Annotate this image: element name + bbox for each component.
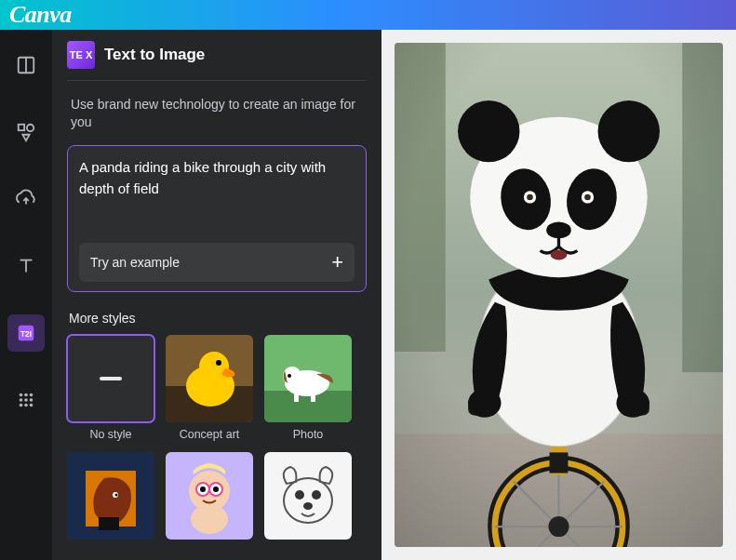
workspace: T2I TE X Text to Image Use brand new tec… — [0, 30, 736, 560]
style-drawing[interactable] — [264, 452, 352, 545]
style-3d[interactable] — [166, 452, 253, 545]
svg-point-66 — [468, 389, 501, 418]
svg-point-77 — [546, 221, 571, 238]
svg-point-76 — [584, 193, 591, 200]
svg-point-19 — [216, 360, 221, 366]
style-label: No style — [89, 428, 131, 441]
svg-text:T2I: T2I — [20, 329, 32, 338]
style-label: Photo — [293, 428, 324, 441]
svg-point-43 — [312, 490, 321, 500]
panel-title: Text to Image — [104, 46, 205, 64]
elements-icon[interactable] — [7, 113, 45, 151]
more-styles-label: More styles — [69, 311, 367, 326]
text-to-image-icon[interactable]: T2I — [7, 314, 45, 352]
svg-point-42 — [295, 490, 304, 500]
style-thumb — [67, 452, 154, 540]
style-painting[interactable] — [67, 452, 154, 545]
svg-point-59 — [548, 516, 569, 537]
prompt-input[interactable] — [79, 157, 355, 230]
style-no-style[interactable]: No style — [67, 335, 154, 441]
svg-rect-24 — [294, 389, 299, 402]
svg-rect-28 — [99, 517, 119, 530]
app-icon: TE X — [67, 41, 95, 69]
try-example-button[interactable]: Try an example + — [79, 243, 355, 282]
svg-point-6 — [20, 393, 23, 396]
svg-point-26 — [288, 374, 291, 378]
svg-point-14 — [30, 403, 33, 407]
style-photo[interactable]: Photo — [264, 335, 352, 441]
panel-description: Use brand new technology to create an im… — [71, 96, 363, 132]
canvas-area[interactable] — [381, 30, 736, 560]
style-concept-art[interactable]: Concept art — [166, 335, 253, 441]
svg-point-12 — [20, 403, 23, 407]
svg-point-69 — [458, 100, 519, 162]
try-example-label: Try an example — [90, 255, 180, 270]
style-thumb — [264, 452, 352, 540]
uploads-icon[interactable] — [7, 180, 45, 218]
plus-icon: + — [331, 252, 343, 273]
svg-point-30 — [115, 494, 118, 497]
style-thumb — [166, 452, 253, 540]
styles-grid: No style Concept art Photo — [67, 335, 367, 545]
style-thumb — [67, 335, 154, 422]
apps-icon[interactable] — [7, 381, 45, 419]
svg-point-13 — [24, 403, 28, 407]
svg-rect-61 — [550, 452, 569, 473]
text-to-image-panel: TE X Text to Image Use brand new technol… — [52, 30, 381, 560]
svg-point-74 — [527, 193, 533, 200]
svg-point-70 — [598, 100, 660, 162]
text-icon[interactable] — [7, 247, 45, 285]
svg-point-18 — [199, 352, 229, 381]
svg-point-3 — [27, 125, 33, 131]
svg-point-8 — [30, 393, 33, 396]
svg-point-10 — [24, 398, 28, 402]
generated-image[interactable] — [395, 43, 723, 547]
templates-icon[interactable] — [7, 47, 45, 84]
svg-point-78 — [551, 249, 568, 260]
svg-point-36 — [200, 487, 206, 492]
svg-point-67 — [616, 389, 649, 418]
style-label: Concept art — [180, 428, 240, 441]
svg-point-11 — [30, 398, 33, 402]
prompt-box: Try an example + — [67, 145, 367, 292]
style-thumb — [166, 335, 253, 422]
svg-point-7 — [24, 393, 28, 396]
svg-rect-25 — [311, 389, 315, 402]
panel-header: TE X Text to Image — [67, 41, 367, 81]
svg-point-9 — [20, 398, 23, 402]
svg-rect-40 — [264, 452, 352, 540]
svg-point-44 — [303, 502, 313, 510]
style-thumb — [264, 335, 352, 422]
dash-icon — [100, 377, 122, 380]
top-bar: Canva — [0, 0, 736, 30]
canva-logo[interactable]: Canva — [9, 1, 72, 29]
svg-rect-2 — [19, 125, 24, 130]
svg-point-37 — [213, 487, 219, 492]
tool-rail: T2I — [0, 30, 52, 560]
